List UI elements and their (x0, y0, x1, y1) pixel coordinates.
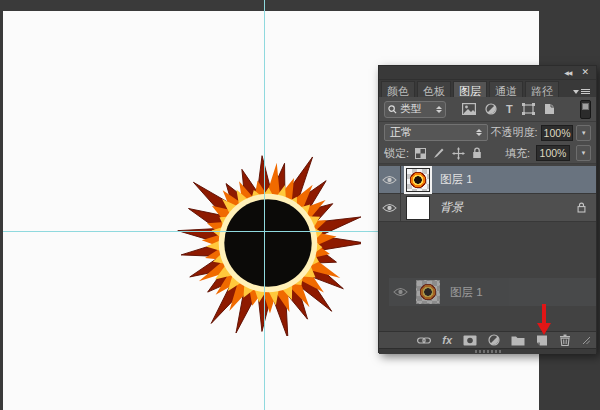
delete-layer-trash-icon[interactable] (559, 334, 571, 346)
eye-icon (382, 203, 397, 213)
menu-lines-icon (581, 89, 590, 94)
tab-channels[interactable]: 通道 (489, 81, 523, 97)
smart-object-filter-icon[interactable] (544, 103, 555, 115)
mini-flame-sun-icon (409, 171, 427, 189)
annotation-arrow-new-layer (537, 304, 551, 336)
add-layer-mask-icon[interactable] (463, 335, 477, 346)
layers-list[interactable]: 图层 1 背景 (379, 164, 596, 331)
select-stepper-icon (476, 129, 482, 136)
panel-drag-strip[interactable] (379, 348, 596, 354)
fill-dropdown-button[interactable]: ▼ (576, 145, 591, 161)
filter-type-label: 类型 (400, 102, 421, 116)
lock-image-pixels-brush-icon[interactable] (433, 147, 445, 159)
type-layer-filter-icon[interactable]: T (506, 103, 513, 115)
close-panel-icon[interactable]: ✕ (581, 68, 589, 77)
flame-eclipse-svg (175, 150, 361, 336)
collapse-panel-icon[interactable]: ◀◀ (564, 70, 571, 76)
blend-mode-value: 正常 (390, 125, 412, 140)
background-thumbnail[interactable] (406, 196, 430, 220)
pixel-layer-filter-icon[interactable] (462, 103, 476, 115)
panel-resize-grip-icon[interactable] (582, 336, 590, 344)
eye-icon (382, 175, 397, 185)
fill-value[interactable]: 100% (536, 145, 570, 161)
lock-transparent-pixels-icon[interactable] (415, 148, 426, 159)
adjustment-layer-filter-icon[interactable] (485, 103, 497, 115)
filter-on-off-toggle[interactable] (580, 100, 591, 119)
blend-mode-row: 正常 不透明度: 100% ▼ (379, 122, 596, 143)
tab-color[interactable]: 颜色 (381, 81, 415, 97)
layer-filter-row: 类型 T (379, 97, 596, 122)
layer1-thumbnail[interactable] (406, 168, 430, 192)
blend-mode-select[interactable]: 正常 (384, 124, 488, 141)
photoshop-window: ◀◀ ✕ 颜色 色板 图层 通道 路径 类型 (0, 0, 600, 410)
tab-layers[interactable]: 图层 (453, 81, 487, 97)
new-layer-icon[interactable] (536, 335, 548, 346)
eye-icon (393, 287, 408, 297)
flame-eclipse-artwork (175, 150, 361, 336)
panel-menu-icon[interactable] (573, 89, 590, 94)
adjustment-layer-icon[interactable] (488, 334, 500, 346)
vertical-guide (264, 0, 265, 410)
lock-all-padlock-icon[interactable] (472, 147, 482, 159)
locked-layer-padlock-icon (577, 202, 586, 213)
lock-label: 锁定: (384, 146, 409, 161)
fill-label: 填充: (505, 146, 530, 161)
lock-row: 锁定: 填充: (379, 143, 596, 164)
panel-bottom-toolbar: fx (379, 331, 596, 348)
select-stepper-icon (436, 106, 442, 113)
toggle-knob (582, 103, 589, 110)
visibility-cell[interactable] (379, 194, 401, 221)
layer-row-layer1[interactable]: 图层 1 (379, 166, 596, 194)
visibility-cell (389, 278, 411, 306)
panel-tab-bar: 颜色 色板 图层 通道 路径 (379, 80, 596, 97)
lock-position-move-icon[interactable] (452, 147, 465, 160)
drag-dots-icon (475, 350, 501, 353)
layer-row-background[interactable]: 背景 (379, 194, 596, 222)
opacity-value[interactable]: 100% (541, 125, 574, 141)
filter-kind-icons: T (462, 103, 555, 115)
visibility-cell[interactable] (379, 166, 401, 193)
layer-name[interactable]: 背景 (440, 200, 463, 215)
filter-type-select[interactable]: 类型 (384, 101, 446, 118)
shape-layer-filter-icon[interactable] (522, 103, 535, 115)
layer-name[interactable]: 图层 1 (440, 172, 473, 187)
ghost-layer-name: 图层 1 (450, 285, 483, 300)
panel-titlebar: ◀◀ ✕ (379, 66, 596, 80)
menu-triangle-icon (573, 90, 579, 94)
tab-swatches[interactable]: 色板 (417, 81, 451, 97)
drag-ghost-layer-row: 图层 1 (389, 278, 596, 306)
new-group-folder-icon[interactable] (511, 335, 525, 346)
mini-flame-sun-icon (419, 283, 437, 301)
layers-panel: ◀◀ ✕ 颜色 色板 图层 通道 路径 类型 (378, 65, 597, 353)
lock-buttons (415, 147, 482, 160)
link-layers-icon[interactable] (417, 336, 431, 345)
tab-paths[interactable]: 路径 (525, 81, 559, 97)
opacity-label: 不透明度: (491, 125, 538, 140)
ghost-layer-thumbnail (416, 280, 440, 304)
opacity-dropdown-button[interactable]: ▼ (576, 125, 591, 141)
layer-style-fx-icon[interactable]: fx (442, 335, 452, 346)
search-icon (388, 105, 397, 114)
